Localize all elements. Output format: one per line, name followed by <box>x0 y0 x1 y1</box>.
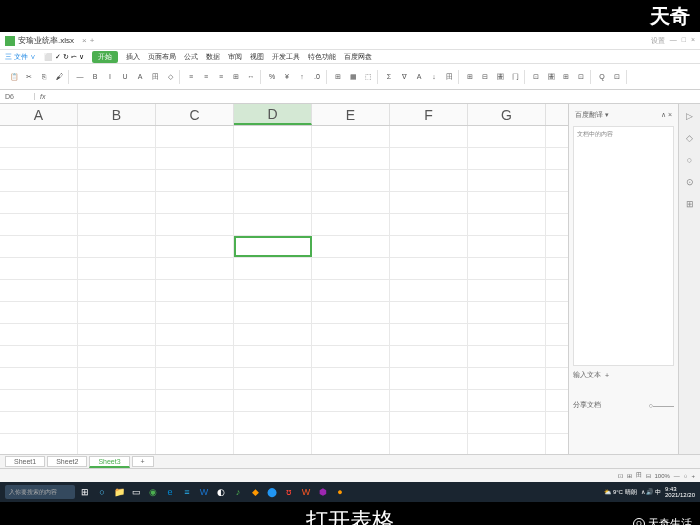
fx-icon[interactable]: fx <box>40 93 45 100</box>
cell[interactable] <box>0 412 78 433</box>
rail-icon[interactable]: ⊙ <box>684 176 696 188</box>
cell[interactable] <box>78 148 156 169</box>
cell[interactable] <box>312 236 390 257</box>
cell[interactable] <box>390 236 468 257</box>
cell[interactable] <box>546 258 568 279</box>
cell[interactable] <box>312 148 390 169</box>
cell[interactable] <box>546 236 568 257</box>
panel-add-btn[interactable]: + <box>605 372 609 379</box>
cell[interactable] <box>312 126 390 147</box>
tab-baidu[interactable]: 百度网盘 <box>344 52 372 62</box>
cell[interactable] <box>234 280 312 301</box>
ribbon-button[interactable]: ⎘ <box>37 70 51 84</box>
cell[interactable] <box>546 346 568 367</box>
cell[interactable] <box>78 126 156 147</box>
cell[interactable] <box>0 170 78 191</box>
status-item[interactable]: + <box>691 473 695 479</box>
cell[interactable] <box>468 434 546 454</box>
cell[interactable] <box>156 390 234 411</box>
status-item[interactable]: ⊞ <box>627 472 632 479</box>
cell[interactable] <box>312 258 390 279</box>
cell[interactable] <box>468 368 546 389</box>
ribbon-button[interactable]: ⊞ <box>463 70 477 84</box>
cell[interactable] <box>546 280 568 301</box>
ribbon-button[interactable]: ↑ <box>295 70 309 84</box>
column-header-F[interactable]: F <box>390 104 468 125</box>
cell[interactable] <box>468 126 546 147</box>
cell[interactable] <box>0 390 78 411</box>
ribbon-button[interactable]: U <box>118 70 132 84</box>
cell[interactable] <box>0 214 78 235</box>
cell[interactable] <box>234 170 312 191</box>
cell[interactable] <box>468 148 546 169</box>
cell[interactable] <box>0 192 78 213</box>
cell[interactable] <box>468 302 546 323</box>
cell[interactable] <box>390 214 468 235</box>
cell[interactable] <box>234 192 312 213</box>
cell[interactable] <box>546 412 568 433</box>
tab-data[interactable]: 数据 <box>206 52 220 62</box>
cell[interactable] <box>234 434 312 454</box>
cell[interactable] <box>0 126 78 147</box>
tab-view[interactable]: 视图 <box>250 52 264 62</box>
cell[interactable] <box>390 412 468 433</box>
column-header-D[interactable]: D <box>234 104 312 125</box>
cell[interactable] <box>390 280 468 301</box>
cell[interactable] <box>312 192 390 213</box>
cell[interactable] <box>546 214 568 235</box>
taskbar-app-icon[interactable]: ≡ <box>180 485 194 499</box>
cell[interactable] <box>156 324 234 345</box>
cell[interactable] <box>546 368 568 389</box>
taskbar-app-icon[interactable]: ○ <box>95 485 109 499</box>
ribbon-button[interactable]: 田 <box>148 70 162 84</box>
cell[interactable] <box>78 258 156 279</box>
cell[interactable] <box>0 434 78 454</box>
cell[interactable] <box>156 192 234 213</box>
cell[interactable] <box>312 434 390 454</box>
cell[interactable] <box>546 148 568 169</box>
column-header-C[interactable]: C <box>156 104 234 125</box>
tab-review[interactable]: 审阅 <box>228 52 242 62</box>
ribbon-button[interactable]: ¥ <box>280 70 294 84</box>
cell[interactable] <box>0 302 78 323</box>
cell[interactable] <box>78 346 156 367</box>
add-sheet-btn[interactable]: + <box>132 456 154 467</box>
taskbar-app-icon[interactable]: W <box>299 485 313 499</box>
tab-layout[interactable]: 页面布局 <box>148 52 176 62</box>
cell[interactable] <box>156 412 234 433</box>
ribbon-button[interactable]: ↓ <box>427 70 441 84</box>
taskbar-app-icon[interactable]: 📁 <box>112 485 126 499</box>
rail-icon[interactable]: ◇ <box>684 132 696 144</box>
cell[interactable] <box>156 302 234 323</box>
tab-controls[interactable]: ×+ <box>82 36 94 45</box>
taskbar-search[interactable]: 入你要搜索的内容 <box>5 485 75 499</box>
column-header-B[interactable]: B <box>78 104 156 125</box>
cell[interactable] <box>546 434 568 454</box>
cell[interactable] <box>390 390 468 411</box>
taskbar-app-icon[interactable]: ⊞ <box>78 485 92 499</box>
cell[interactable] <box>546 126 568 147</box>
ribbon-button[interactable]: ⊡ <box>610 70 624 84</box>
cell[interactable] <box>468 170 546 191</box>
ribbon-button[interactable]: ◇ <box>163 70 177 84</box>
cell[interactable] <box>156 368 234 389</box>
ribbon-button[interactable]: ∇ <box>397 70 411 84</box>
status-item[interactable]: — <box>674 473 680 479</box>
ribbon-button[interactable]: ⬚ <box>361 70 375 84</box>
ribbon-button[interactable]: ≡ <box>184 70 198 84</box>
cell[interactable] <box>390 368 468 389</box>
cell[interactable] <box>390 170 468 191</box>
spreadsheet-grid[interactable]: ABCDEFGH <box>0 104 568 454</box>
taskbar-app-icon[interactable]: ʊ <box>282 485 296 499</box>
cell[interactable] <box>156 434 234 454</box>
cell[interactable] <box>78 324 156 345</box>
cell[interactable] <box>312 390 390 411</box>
cell[interactable] <box>312 368 390 389</box>
cell[interactable] <box>312 324 390 345</box>
cell[interactable] <box>312 302 390 323</box>
ribbon-button[interactable]: 📋 <box>7 70 21 84</box>
cell[interactable] <box>468 280 546 301</box>
cell[interactable] <box>468 192 546 213</box>
ribbon-button[interactable]: ⊡ <box>574 70 588 84</box>
cell[interactable] <box>78 192 156 213</box>
